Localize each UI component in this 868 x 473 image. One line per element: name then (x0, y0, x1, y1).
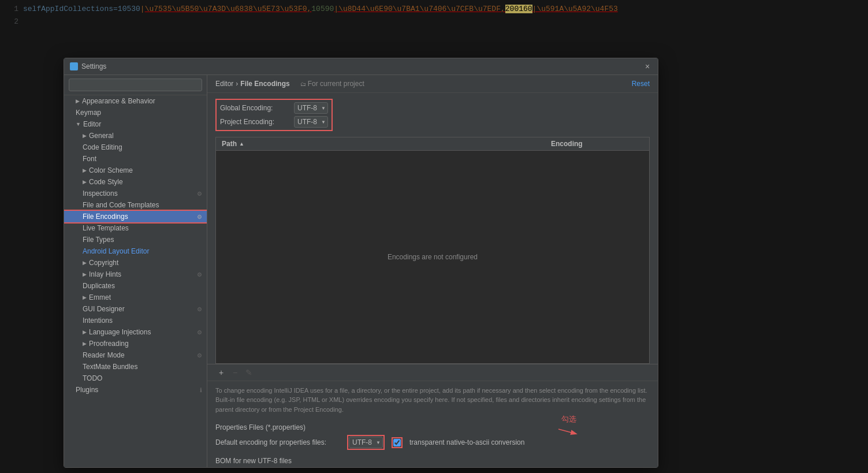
sidebar-item-code-style[interactable]: ▶ Code Style (64, 176, 207, 188)
remove-button[interactable]: − (229, 367, 241, 378)
close-button[interactable]: × (643, 62, 652, 71)
transparent-checkbox-wrap (393, 439, 401, 446)
global-encoding-label: Global Encoding: (220, 104, 289, 112)
sidebar-item-label: Live Templates (83, 224, 129, 232)
sidebar: ▶ Appearance & Behavior Keymap ▼ Editor … (64, 75, 207, 467)
chevron-right-icon: ▶ (83, 295, 87, 300)
sidebar-item-label: File Encodings (83, 213, 128, 221)
sidebar-item-label: TODO (83, 374, 102, 382)
chevron-right-icon: ▶ (83, 179, 87, 185)
sidebar-item-textmate[interactable]: TextMate Bundles (64, 361, 207, 373)
sidebar-item-file-encodings[interactable]: File Encodings ⚙ (64, 211, 207, 222)
sidebar-item-label: Editor (83, 120, 101, 128)
properties-encoding-select[interactable]: UTF-8 (349, 437, 383, 448)
settings-icon-small-enc: ⚙ (197, 214, 202, 220)
settings-icon-small-lang: ⚙ (197, 329, 202, 336)
properties-encoding-outline: UTF-8 (347, 435, 385, 450)
for-current-project-wrap: 🗂 For current project (300, 80, 364, 88)
sidebar-item-label: Intentions (83, 316, 113, 325)
sidebar-item-inspections[interactable]: Inspections ⚙ (64, 188, 207, 199)
sidebar-item-label: GUI Designer (83, 305, 125, 313)
encoding-fields-wrap: Global Encoding: UTF-8 Project Encoding: (220, 102, 328, 128)
for-current-project-label: For current project (308, 80, 364, 88)
sidebar-item-copyright[interactable]: ▶ Copyright (64, 257, 207, 269)
dialog-body: ▶ Appearance & Behavior Keymap ▼ Editor … (64, 75, 658, 467)
global-encoding-row: Global Encoding: UTF-8 Project Encoding: (215, 99, 333, 131)
sidebar-item-label: Keymap (76, 109, 101, 117)
sidebar-item-editor[interactable]: ▼ Editor (64, 118, 207, 130)
sidebar-item-label: Color Scheme (89, 166, 133, 174)
properties-row: Default encoding for properties files: U… (215, 435, 650, 450)
sidebar-item-font[interactable]: Font (64, 153, 207, 165)
sidebar-item-label: Reader Mode (83, 351, 125, 359)
chevron-down-icon: ▼ (76, 121, 81, 127)
search-wrap (64, 75, 207, 95)
sidebar-item-file-code-templates[interactable]: File and Code Templates (64, 199, 207, 211)
sidebar-item-inlay-hints[interactable]: ▶ Inlay Hints ⚙ (64, 269, 207, 280)
modal-overlay: Settings × ▶ Appearance & Behavior (0, 0, 868, 473)
breadcrumb: Editor › File Encodings 🗂 For current pr… (215, 80, 364, 88)
sidebar-item-label: Appearance & Behavior (82, 97, 155, 105)
sidebar-item-live-templates[interactable]: Live Templates (64, 222, 207, 234)
sidebar-item-label: Proofreading (89, 340, 129, 348)
sort-icon: ▲ (239, 141, 244, 147)
bom-row: BOM for new UTF-8 files (207, 455, 658, 467)
edit-button[interactable]: ✎ (243, 367, 255, 378)
settings-dialog: Settings × ▶ Appearance & Behavior (64, 58, 658, 468)
annotation-wrap: 勾选 (557, 414, 580, 436)
add-button[interactable]: + (215, 367, 227, 378)
sidebar-item-code-editing[interactable]: Code Editing (64, 141, 207, 153)
project-icon: 🗂 (300, 81, 306, 87)
chevron-right-icon: ▶ (83, 329, 87, 335)
encoding-section: Global Encoding: UTF-8 Project Encoding: (207, 93, 658, 137)
sidebar-item-reader-mode[interactable]: Reader Mode ⚙ (64, 349, 207, 361)
sidebar-item-color-scheme[interactable]: ▶ Color Scheme (64, 165, 207, 176)
lang-inj-left: ▶ Language Injections (83, 328, 151, 336)
sidebar-item-emmet[interactable]: ▶ Emmet (64, 292, 207, 303)
search-input[interactable] (69, 79, 202, 91)
sidebar-item-language-injections[interactable]: ▶ Language Injections ⚙ (64, 326, 207, 338)
transparent-checkbox[interactable] (393, 439, 401, 446)
chevron-right-icon: ▶ (76, 98, 80, 104)
table-toolbar: + − ✎ (207, 364, 658, 381)
chevron-right-icon: ▶ (83, 341, 87, 347)
content-header: Editor › File Encodings 🗂 For current pr… (207, 75, 658, 93)
sidebar-item-label: Plugins (76, 386, 98, 394)
breadcrumb-parent: Editor (215, 80, 233, 88)
project-encoding-label: Project Encoding: (220, 118, 289, 126)
sidebar-item-android-layout[interactable]: Android Layout Editor (64, 245, 207, 257)
annotation-text: 勾选 (561, 414, 576, 424)
path-col-label: Path (222, 140, 237, 148)
sidebar-item-duplicates[interactable]: Duplicates (64, 280, 207, 292)
bom-label: BOM for new UTF-8 files (215, 457, 292, 465)
sidebar-item-proofreading[interactable]: ▶ Proofreading (64, 338, 207, 349)
reset-button[interactable]: Reset (632, 80, 650, 88)
sidebar-item-general[interactable]: ▶ General (64, 130, 207, 141)
properties-section-title: Properties Files (*.properties) (215, 423, 650, 431)
inlay-hints-left: ▶ Inlay Hints (83, 270, 121, 278)
sidebar-item-label: Duplicates (83, 282, 115, 290)
content-area: Editor › File Encodings 🗂 For current pr… (207, 75, 658, 467)
sidebar-item-label: File and Code Templates (83, 201, 159, 209)
sidebar-item-label: TextMate Bundles (83, 363, 137, 371)
dialog-titlebar: Settings × (64, 58, 658, 75)
sidebar-item-keymap[interactable]: Keymap (64, 107, 207, 118)
sidebar-item-plugins[interactable]: Plugins ℹ (64, 384, 207, 396)
global-encoding-select-wrap: UTF-8 (294, 102, 328, 114)
plugin-icon: ℹ (200, 387, 202, 393)
chevron-right-icon: ▶ (83, 271, 87, 277)
global-encoding-select[interactable]: UTF-8 (294, 102, 328, 114)
sidebar-item-gui-designer[interactable]: GUI Designer ⚙ (64, 303, 207, 315)
project-encoding-select[interactable]: UTF-8 (294, 116, 328, 128)
sidebar-item-file-types[interactable]: File Types (64, 234, 207, 245)
sidebar-item-label: Emmet (89, 293, 111, 301)
sidebar-item-intentions[interactable]: Intentions (64, 315, 207, 326)
settings-icon-small-reader: ⚙ (197, 352, 202, 359)
global-enc-row: Global Encoding: UTF-8 (220, 102, 328, 114)
sidebar-item-appearance[interactable]: ▶ Appearance & Behavior (64, 95, 207, 107)
breadcrumb-current: File Encodings (240, 80, 289, 88)
project-enc-row: Project Encoding: UTF-8 (220, 116, 328, 128)
sidebar-item-todo[interactable]: TODO (64, 373, 207, 384)
transparent-label: transparent native-to-ascii conversion (409, 438, 524, 446)
project-encoding-select-wrap: UTF-8 (294, 116, 328, 128)
